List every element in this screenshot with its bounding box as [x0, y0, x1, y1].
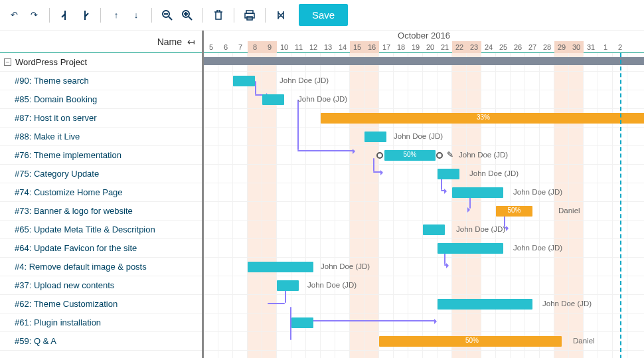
move-down-icon[interactable]: ↓ [127, 7, 145, 24]
task-row[interactable]: #88: Make it Live [0, 128, 202, 146]
grid-row [204, 239, 644, 258]
day-cell: 28 [540, 41, 554, 53]
task-list-panel: Name ↤ − WordPress Project #90: Theme se… [0, 31, 204, 358]
print-icon[interactable] [241, 7, 258, 24]
bar-resize-handle-right[interactable] [436, 152, 443, 159]
zoom-in-icon[interactable] [179, 7, 196, 24]
main: Name ↤ − WordPress Project #90: Theme se… [0, 31, 644, 358]
task-bar[interactable] [423, 224, 445, 235]
task-bar[interactable] [364, 132, 386, 142]
bar-resize-handle-left[interactable] [376, 152, 383, 159]
task-bar[interactable] [438, 243, 503, 254]
task-bar[interactable] [262, 94, 284, 105]
task-label: #87: Host it on server [15, 113, 97, 123]
day-cell: 14 [335, 41, 350, 53]
task-row[interactable]: #59: Q & A [0, 332, 202, 351]
task-label: #76: Theme implementation [15, 150, 121, 160]
progress-label: 50% [465, 337, 479, 344]
task-label: #74: Customize Home Page [15, 187, 123, 197]
summary-bar[interactable] [204, 57, 644, 65]
task-row[interactable]: #62: Theme Customization [0, 295, 202, 313]
day-cell: 13 [321, 41, 335, 53]
task-bar[interactable] [438, 169, 459, 179]
day-cell: 7 [233, 41, 248, 53]
task-row-root[interactable]: − WordPress Project [0, 53, 202, 72]
zoom-out-icon[interactable] [159, 7, 176, 24]
dependency-link [373, 171, 382, 173]
day-cell: 9 [262, 41, 277, 53]
task-bar[interactable] [233, 76, 255, 86]
task-bar[interactable] [452, 187, 503, 198]
grid-row [204, 165, 644, 183]
name-column-header: Name [157, 37, 182, 47]
task-label: #62: Theme Customization [15, 299, 118, 309]
delete-icon[interactable] [210, 7, 227, 24]
day-cell: 12 [306, 41, 321, 53]
gantt-body[interactable]: John Doe (JD) John Doe (JD) 33% John Doe… [204, 53, 644, 358]
task-row[interactable]: #4: Remove default image & posts [0, 258, 202, 276]
dependency-link [373, 158, 374, 171]
day-cell: 11 [291, 41, 306, 53]
assignee-label: John Doe (JD) [298, 95, 347, 103]
task-label: #59: Q & A [15, 336, 56, 346]
outdent-icon[interactable] [56, 7, 74, 24]
task-bar[interactable]: 50% [379, 336, 562, 347]
progress-label: 50% [507, 207, 521, 214]
task-label: #64: Update Favicon for the site [15, 243, 137, 253]
task-bar[interactable] [291, 317, 313, 328]
task-row[interactable]: #61: Plugin installation [0, 313, 202, 332]
redo-icon[interactable]: ↷ [25, 7, 42, 24]
task-bar[interactable] [438, 299, 532, 310]
day-cell: 24 [481, 41, 496, 53]
day-cell: 19 [408, 41, 423, 53]
collapse-toggle-icon[interactable]: − [4, 58, 11, 66]
progress-label: 33% [477, 114, 490, 121]
assignee-label: John Doe (JD) [513, 244, 562, 252]
toolbar: ↶ ↷ ↑ ↓ Save [0, 0, 644, 31]
day-cell: 16 [364, 41, 379, 53]
move-up-icon[interactable]: ↑ [108, 7, 125, 24]
assignee-label: Daniel [573, 337, 595, 345]
task-row[interactable]: #73: Banner & logo for website [0, 202, 202, 221]
gantt-panel[interactable]: October 2016 567891011121314151617181920… [204, 31, 644, 358]
assignee-label: John Doe (JD) [280, 76, 329, 84]
task-row[interactable]: #65: Update Meta Title & Descritpion [0, 221, 202, 239]
task-label: #85: Domain Booking [15, 94, 97, 104]
task-row[interactable]: #87: Host it on server [0, 109, 202, 128]
day-cell: 25 [496, 41, 511, 53]
grid-row [204, 183, 644, 202]
task-label: #73: Banner & logo for website [15, 206, 133, 216]
task-bar[interactable]: 50% [496, 206, 532, 217]
day-cell: 21 [438, 41, 452, 53]
undo-icon[interactable]: ↶ [5, 7, 23, 24]
save-button[interactable]: Save [299, 4, 348, 26]
progress-label: 50% [403, 151, 416, 158]
day-cell: 31 [584, 41, 598, 53]
task-row[interactable]: #37: Upload new contents [0, 276, 202, 295]
svg-rect-3 [245, 13, 254, 18]
task-bar[interactable] [277, 280, 299, 291]
month-label: October 2016 [204, 31, 644, 41]
edit-icon[interactable]: ✎ [447, 150, 453, 159]
day-cell: 2 [613, 41, 627, 53]
task-row[interactable]: #74: Customize Home Page [0, 183, 202, 202]
task-bar[interactable] [248, 262, 313, 272]
assignee-label: John Doe (JD) [542, 300, 592, 308]
task-bar[interactable]: 33% [321, 113, 644, 124]
day-cell: 22 [452, 41, 467, 53]
day-cell: 5 [204, 41, 218, 53]
task-row[interactable]: #90: Theme search [0, 72, 202, 90]
collapse-panel-icon[interactable]: ↤ [187, 37, 195, 47]
task-row[interactable]: #64: Update Favicon for the site [0, 239, 202, 258]
expand-collapse-icon[interactable] [272, 7, 289, 24]
task-row[interactable]: #85: Domain Booking [0, 90, 202, 109]
task-bar-selected[interactable]: 50% [384, 150, 436, 161]
task-row[interactable]: #75: Category Update [0, 165, 202, 183]
task-row[interactable]: #76: Theme implementation [0, 146, 202, 165]
grid-row [204, 72, 644, 90]
indent-icon[interactable] [76, 7, 94, 24]
task-label: #65: Update Meta Title & Descritpion [15, 224, 155, 234]
day-cell: 8 [248, 41, 262, 53]
assignee-label: John Doe (JD) [513, 188, 562, 196]
day-cell: 6 [218, 41, 233, 53]
